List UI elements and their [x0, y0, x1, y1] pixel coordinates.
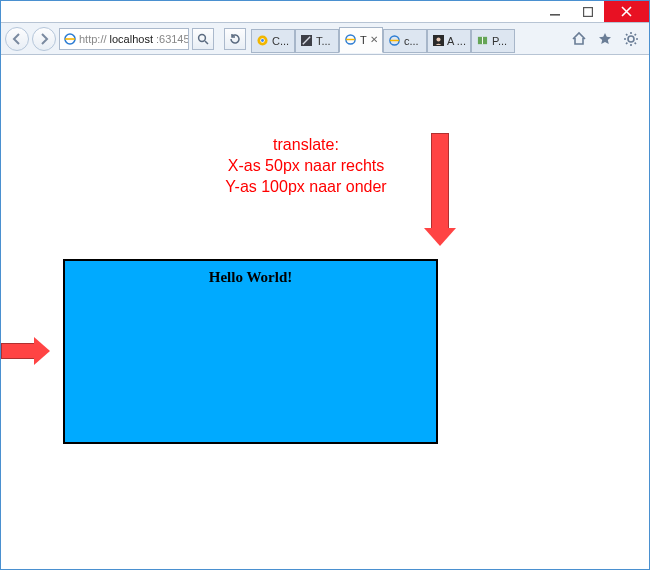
ie-icon	[64, 32, 76, 46]
avatar-icon	[432, 34, 444, 47]
tab-0[interactable]: C...	[251, 29, 295, 53]
tab-label: c...	[404, 35, 419, 47]
svg-rect-1	[583, 7, 592, 16]
forward-button[interactable]	[32, 27, 56, 51]
annotation-line1: translate:	[273, 136, 339, 153]
ie-icon	[344, 33, 357, 46]
ie-icon	[388, 34, 401, 47]
annotation-text: translate: X-as 50px naar rechts Y-as 10…	[186, 135, 426, 197]
demo-box: Hello World!	[63, 259, 438, 444]
svg-rect-0	[550, 14, 560, 16]
svg-point-6	[261, 39, 264, 42]
nav-toolbar: http://localhost:63145/t C... T... T ✕	[1, 23, 649, 55]
favorites-button[interactable]	[593, 27, 617, 51]
page-viewport: translate: X-as 50px naar rechts Y-as 10…	[1, 55, 649, 569]
svg-point-11	[436, 38, 440, 42]
annotation-line2: X-as 50px naar rechts	[228, 157, 385, 174]
square-icon	[300, 34, 313, 47]
close-button[interactable]	[604, 1, 649, 22]
url-protocol: http://	[79, 33, 107, 45]
address-bar[interactable]: http://localhost:63145/t	[59, 28, 189, 50]
back-button[interactable]	[5, 27, 29, 51]
search-button[interactable]	[192, 28, 214, 50]
arrow-down-icon	[431, 133, 449, 233]
home-button[interactable]	[567, 27, 591, 51]
tools-button[interactable]	[619, 27, 643, 51]
toolbar-right	[565, 27, 645, 51]
tab-2[interactable]: T ✕	[339, 27, 383, 53]
tab-5[interactable]: P...	[471, 29, 515, 53]
book-icon	[476, 34, 489, 47]
tab-strip: C... T... T ✕ c... A ...	[251, 25, 562, 53]
annotation-line3: Y-as 100px naar onder	[225, 178, 386, 195]
close-tab-icon[interactable]: ✕	[370, 34, 378, 45]
tab-3[interactable]: c...	[383, 29, 427, 53]
tab-label: C...	[272, 35, 289, 47]
url-host: localhost	[110, 33, 153, 45]
tab-label: A ...	[447, 35, 466, 47]
tab-label: T...	[316, 35, 331, 47]
demo-box-text: Hello World!	[209, 269, 292, 285]
minimize-button[interactable]	[538, 1, 571, 22]
svg-point-3	[199, 34, 206, 41]
chrome-icon	[256, 34, 269, 47]
maximize-button[interactable]	[571, 1, 604, 22]
refresh-button[interactable]	[224, 28, 246, 50]
tab-4[interactable]: A ...	[427, 29, 471, 53]
svg-point-13	[628, 36, 634, 42]
tab-label: P...	[492, 35, 507, 47]
url-port-path: :63145/t	[156, 33, 189, 45]
arrow-right-icon	[1, 343, 37, 359]
tab-1[interactable]: T...	[295, 29, 339, 53]
window-title-bar	[1, 1, 649, 23]
tab-label: T	[360, 34, 367, 46]
